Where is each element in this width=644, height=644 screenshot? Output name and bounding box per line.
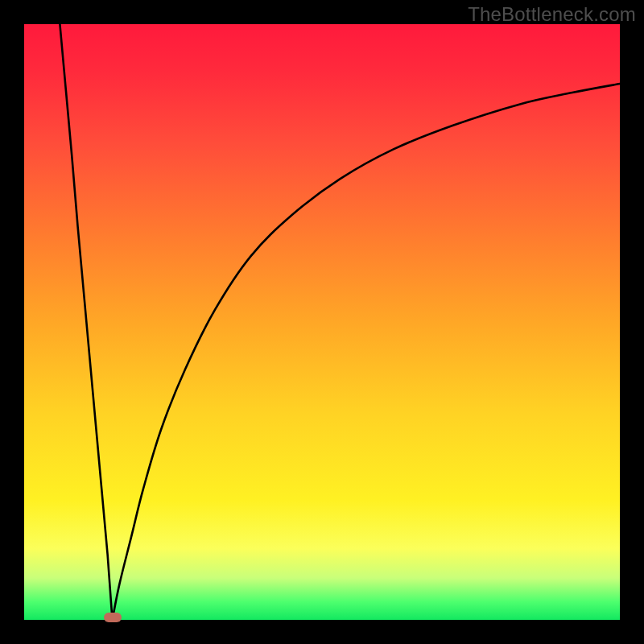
curve-svg bbox=[24, 24, 620, 620]
plot-area bbox=[24, 24, 620, 620]
minimum-marker bbox=[104, 613, 122, 622]
watermark-text: TheBottleneck.com bbox=[468, 3, 636, 26]
chart-frame: TheBottleneck.com bbox=[0, 0, 644, 644]
bottleneck-curve bbox=[60, 24, 620, 620]
